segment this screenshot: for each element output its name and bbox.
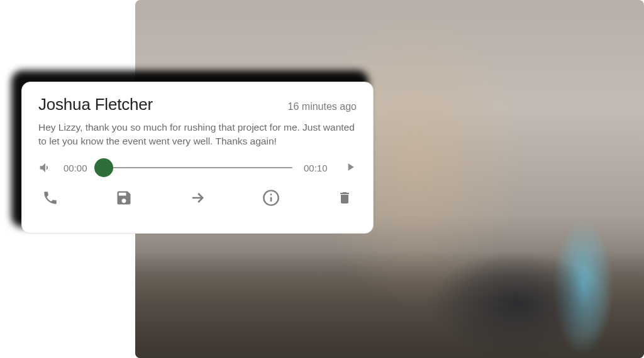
slider-thumb[interactable] <box>94 158 113 177</box>
duration-time: 00:10 <box>304 163 333 173</box>
caller-name: Joshua Fletcher <box>38 95 153 114</box>
card-header: Joshua Fletcher 16 minutes ago <box>38 95 357 114</box>
timestamp: 16 minutes ago <box>288 101 357 112</box>
action-toolbar <box>38 188 357 207</box>
progress-slider[interactable] <box>104 167 292 168</box>
voicemail-card: Joshua Fletcher 16 minutes ago Hey Lizzy… <box>21 82 374 234</box>
delete-button[interactable] <box>335 188 354 207</box>
save-button[interactable] <box>114 188 133 207</box>
current-time: 00:00 <box>64 163 92 173</box>
speaker-icon[interactable] <box>38 161 52 175</box>
forward-button[interactable] <box>188 188 207 207</box>
audio-player: 00:00 00:10 <box>38 161 357 175</box>
transcript-text: Hey Lizzy, thank you so much for rushing… <box>38 121 357 148</box>
call-button[interactable] <box>41 188 60 207</box>
play-icon[interactable] <box>344 161 357 175</box>
svg-point-2 <box>270 193 272 195</box>
info-button[interactable] <box>262 188 280 207</box>
